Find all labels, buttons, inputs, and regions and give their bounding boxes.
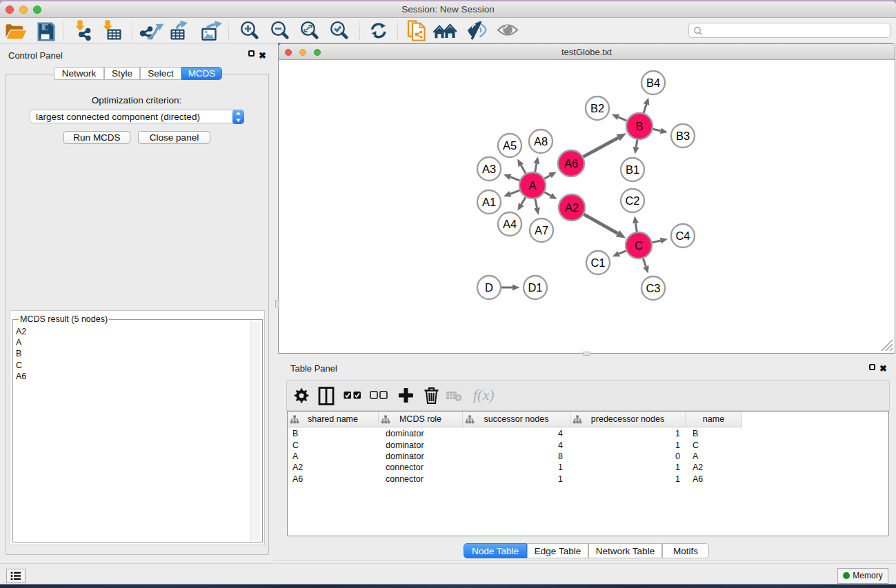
svg-text:B: B bbox=[635, 120, 643, 132]
svg-text:C: C bbox=[635, 239, 643, 252]
svg-text:B2: B2 bbox=[590, 102, 604, 114]
svg-text:A5: A5 bbox=[503, 139, 517, 152]
svg-text:A2: A2 bbox=[565, 201, 579, 214]
svg-text:B3: B3 bbox=[676, 130, 690, 142]
svg-text:C2: C2 bbox=[625, 194, 639, 207]
svg-text:A8: A8 bbox=[534, 135, 548, 148]
svg-text:B4: B4 bbox=[646, 77, 660, 89]
svg-text:C4: C4 bbox=[675, 230, 690, 242]
svg-text:A4: A4 bbox=[503, 218, 517, 230]
svg-text:B1: B1 bbox=[626, 163, 639, 176]
svg-text:C3: C3 bbox=[646, 282, 660, 294]
svg-text:A7: A7 bbox=[535, 224, 548, 236]
svg-text:C1: C1 bbox=[590, 256, 605, 269]
svg-text:A3: A3 bbox=[482, 163, 496, 175]
svg-text:D: D bbox=[485, 281, 493, 294]
svg-text:A1: A1 bbox=[482, 196, 496, 208]
svg-text:A: A bbox=[528, 179, 536, 192]
svg-text:D1: D1 bbox=[528, 281, 542, 294]
svg-text:A6: A6 bbox=[564, 157, 578, 170]
